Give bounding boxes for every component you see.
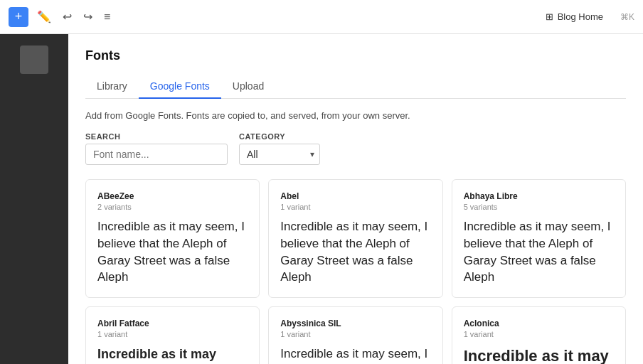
- redo-button[interactable]: ↪: [80, 7, 95, 26]
- font-variants: 1 variant: [97, 330, 248, 338]
- font-card-abyssinica[interactable]: Abyssinica SIL 1 variant Incredible as i…: [268, 306, 442, 364]
- font-card-abel[interactable]: Abel 1 variant Incredible as it may seem…: [268, 179, 442, 298]
- font-preview: Incredible as it may seem, I believe tha…: [280, 346, 430, 364]
- toolbar: + ✏️ ↩ ↪ ≡ ⊞ Blog Home ⌘K: [0, 0, 643, 34]
- category-group: CATEGORY All Serif Sans-Serif Monospace …: [239, 132, 320, 165]
- font-preview: Incredible as it may seem, I believe tha…: [97, 218, 248, 286]
- search-input[interactable]: [85, 144, 228, 165]
- blog-home-label: Blog Home: [558, 11, 603, 22]
- font-name: Abril Fatface: [97, 318, 248, 328]
- sidebar-logo: [20, 46, 48, 74]
- font-name: Abhaya Libre: [464, 191, 614, 201]
- font-name: ABeeZee: [97, 191, 248, 201]
- font-card-abeezee[interactable]: ABeeZee 2 variants Incredible as it may …: [85, 179, 260, 298]
- font-card-aclonica[interactable]: Aclonica 1 variant Incredible as it may …: [452, 306, 626, 364]
- font-variants: 1 variant: [464, 330, 614, 338]
- font-variants: 2 variants: [97, 203, 248, 211]
- shortcut-label: ⌘K: [620, 12, 634, 22]
- search-group: SEARCH: [85, 132, 228, 165]
- font-card-abhaya-libre[interactable]: Abhaya Libre 5 variants Incredible as it…: [452, 179, 626, 298]
- tab-library[interactable]: Library: [85, 75, 139, 99]
- font-preview: Incredible as it may seem, I believe tha…: [280, 218, 430, 286]
- left-sidebar: [0, 34, 68, 364]
- undo-button[interactable]: ↩: [60, 7, 75, 26]
- blog-home-button[interactable]: ⊞ Blog Home: [540, 9, 609, 25]
- list-icon-button[interactable]: ≡: [101, 8, 113, 26]
- font-preview: Incredible as it may seem, I believe tha…: [464, 218, 614, 286]
- font-name: Abel: [280, 191, 430, 201]
- font-variants: 1 variant: [280, 330, 430, 338]
- font-variants: 1 variant: [280, 203, 430, 211]
- filter-row: SEARCH CATEGORY All Serif Sans-Serif Mon…: [85, 132, 626, 165]
- add-button[interactable]: +: [9, 7, 28, 27]
- tab-upload[interactable]: Upload: [221, 75, 275, 99]
- fonts-grid: ABeeZee 2 variants Incredible as it may …: [85, 179, 626, 364]
- font-name: Aclonica: [464, 318, 614, 328]
- category-label: CATEGORY: [239, 132, 320, 141]
- font-preview: Incredible as it may seem, I believe tha…: [97, 346, 248, 364]
- panel-title: Fonts: [85, 48, 626, 63]
- tab-google-fonts[interactable]: Google Fonts: [139, 75, 221, 99]
- search-label: SEARCH: [85, 132, 228, 141]
- category-select[interactable]: All Serif Sans-Serif Monospace Display H…: [239, 144, 320, 165]
- font-variants: 5 variants: [464, 203, 614, 211]
- font-card-abril-fatface[interactable]: Abril Fatface 1 variant Incredible as it…: [85, 306, 260, 364]
- grid-icon: ⊞: [546, 11, 553, 22]
- font-name: Abyssinica SIL: [280, 318, 430, 328]
- category-select-wrapper: All Serif Sans-Serif Monospace Display H…: [239, 144, 320, 165]
- main-panel: Fonts Library Google Fonts Upload Add fr…: [68, 34, 643, 364]
- tabs-row: Library Google Fonts Upload: [85, 75, 626, 99]
- font-preview: Incredible as it may seem, I believe tha…: [464, 346, 614, 364]
- pen-icon-button[interactable]: ✏️: [34, 7, 54, 26]
- description-text: Add from Google Fonts. Fonts are copied …: [85, 110, 626, 121]
